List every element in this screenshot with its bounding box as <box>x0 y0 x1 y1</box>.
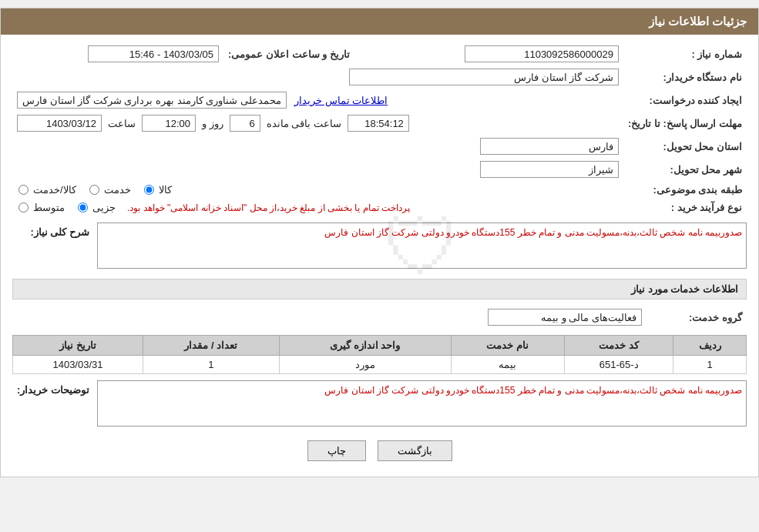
category-label-khadamat: خدمت <box>104 184 131 196</box>
creator-input: محمدعلی شناوری کارمند بهره برداری شرکت گ… <box>17 92 287 109</box>
process-option-motovaset[interactable]: متوسط <box>17 202 65 213</box>
info-table: شماره نیاز : 1103092586000029 تاریخ و سا… <box>12 42 747 216</box>
description-row: شرح کلی نیاز: 🛡 <box>12 223 747 271</box>
category-option-kala-khadamat[interactable]: کالا/خدمت <box>17 184 76 196</box>
service-group-input: فعالیت‌های مالی و بیمه <box>488 309 642 326</box>
back-button[interactable]: بازگشت <box>378 440 452 461</box>
need-number-input: 1103092586000029 <box>465 45 619 62</box>
col-header-code: کد خدمت <box>565 336 673 356</box>
services-table: ردیف کد خدمت نام خدمت واحد اندازه گیری ت… <box>12 335 747 374</box>
requester-org-label: نام دستگاه خریدار: <box>623 65 747 89</box>
service-group-table: گروه خدمت: فعالیت‌های مالی و بیمه <box>12 306 747 329</box>
city-label: شهر محل تحویل: <box>623 158 747 181</box>
cell-unit: مورد <box>279 356 451 374</box>
section2-title: اطلاعات خدمات مورد نیاز <box>12 279 747 299</box>
deadline-date-input: 1403/03/12 <box>17 115 102 132</box>
category-radio-kala[interactable] <box>144 185 154 195</box>
process-label-motovaset: متوسط <box>33 202 65 213</box>
requester-org-input: شرکت گاز استان فارس <box>349 69 619 85</box>
deadline-days-label: روز و <box>202 118 223 129</box>
buyer-notes-row: توضیحات خریدار: <box>12 380 747 429</box>
creator-value-cell: محمدعلی شناوری کارمند بهره برداری شرکت گ… <box>12 89 623 112</box>
cell-row: 1 <box>673 356 747 374</box>
category-radio-khadamat[interactable] <box>89 185 99 195</box>
creator-link[interactable]: اطلاعات تماس خریدار <box>294 95 388 106</box>
category-label: طبقه بندی موضوعی: <box>623 181 747 199</box>
creator-label: ایجاد کننده درخواست: <box>623 89 747 112</box>
buyer-notes-label: توضیحات خریدار: <box>12 380 89 396</box>
process-radio-motovaset[interactable] <box>18 202 29 212</box>
service-group-label: گروه خدمت: <box>646 306 747 329</box>
province-label: استان محل تحویل: <box>623 135 747 158</box>
category-option-khadamat[interactable]: خدمت <box>88 184 131 196</box>
category-label-kala: کالا <box>159 184 172 196</box>
page-content: شماره نیاز : 1103092586000029 تاریخ و سا… <box>1 35 758 477</box>
city-value: شیراز <box>12 158 623 181</box>
deadline-time-label: ساعت <box>108 118 136 129</box>
col-header-row: ردیف <box>673 336 747 356</box>
process-cell: متوسط جزیی پرداخت تمام یا بخشی از مبلغ خ… <box>12 199 623 216</box>
button-row: بازگشت چاپ <box>12 440 747 461</box>
deadline-row: 1403/03/12 ساعت 12:00 روز و 6 ساعت باقی … <box>12 112 623 135</box>
category-option-kala[interactable]: کالا <box>143 184 172 196</box>
col-header-date: تاریخ نیاز <box>13 336 143 356</box>
process-radio-jozi[interactable] <box>78 202 88 212</box>
description-textarea[interactable] <box>97 223 747 269</box>
need-number-label: شماره نیاز : <box>623 42 747 65</box>
category-label-kala-khadamat: کالا/خدمت <box>33 184 76 196</box>
deadline-days-input: 6 <box>230 115 260 132</box>
need-number-value: 1103092586000029 <box>378 42 623 65</box>
col-header-name: نام خدمت <box>451 336 564 356</box>
description-label: شرح کلی نیاز: <box>12 223 89 238</box>
cell-qty: 1 <box>143 356 280 374</box>
buyer-notes-textarea[interactable] <box>97 380 747 427</box>
city-input: شیراز <box>480 161 619 178</box>
province-value: فارس <box>12 135 623 158</box>
print-button[interactable]: چاپ <box>307 440 366 461</box>
announce-date-value: 1403/03/05 - 15:46 <box>12 42 223 65</box>
deadline-remaining-label: ساعت باقی مانده <box>267 118 341 129</box>
province-input: فارس <box>480 138 619 155</box>
cell-code: د-65-651 <box>565 356 673 374</box>
deadline-time-input: 12:00 <box>142 115 196 132</box>
description-area: 🛡 <box>97 223 747 271</box>
process-label-jozi: جزیی <box>92 202 116 213</box>
announce-date-label: تاریخ و ساعت اعلان عمومی: <box>223 42 354 65</box>
col-header-qty: تعداد / مقدار <box>143 336 280 356</box>
main-container: جزئیات اطلاعات نیاز شماره نیاز : 1103092… <box>0 8 759 477</box>
category-radio-kala-khadamat[interactable] <box>18 185 29 195</box>
requester-org-value: شرکت گاز استان فارس <box>12 65 623 89</box>
category-options-cell: کالا/خدمت خدمت کالا <box>12 181 623 199</box>
service-group-value: فعالیت‌های مالی و بیمه <box>12 306 646 329</box>
page-header: جزئیات اطلاعات نیاز <box>1 8 758 35</box>
deadline-remaining-input: 18:54:12 <box>348 115 409 132</box>
cell-date: 1403/03/31 <box>13 356 143 374</box>
process-note: پرداخت تمام یا بخشی از مبلغ خرید،از محل … <box>127 202 410 213</box>
announce-date-input: 1403/03/05 - 15:46 <box>88 45 219 62</box>
deadline-label: مهلت ارسال پاسخ: تا تاریخ: <box>623 112 747 135</box>
process-option-jozi[interactable]: جزیی <box>76 202 116 213</box>
col-header-unit: واحد اندازه گیری <box>279 336 451 356</box>
table-row: 1 د-65-651 بیمه مورد 1 1403/03/31 <box>13 356 747 374</box>
cell-name: بیمه <box>451 356 564 374</box>
process-label: نوع فرآیند خرید : <box>623 199 747 216</box>
header-title: جزئیات اطلاعات نیاز <box>649 15 747 28</box>
buyer-notes-area <box>97 380 747 429</box>
